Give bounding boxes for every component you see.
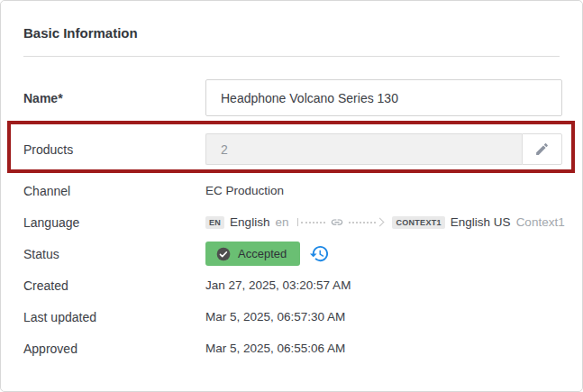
status-badge-text: Accepted — [238, 247, 287, 260]
language-link-connector — [297, 215, 383, 229]
source-language-name: English — [230, 215, 269, 229]
connector-dotted-line-left — [301, 222, 325, 223]
status-history-button[interactable] — [308, 243, 330, 265]
products-input-group — [205, 133, 562, 165]
products-row: Products — [1, 133, 582, 165]
target-context-badge: CONTEXT1 — [392, 216, 444, 229]
last-updated-value: Mar 5, 2025, 06:57:30 AM — [205, 310, 345, 324]
created-label: Created — [23, 278, 205, 293]
source-language-badge: EN — [205, 216, 224, 229]
basic-information-panel: Basic Information Name* Products — [0, 0, 583, 392]
name-label: Name* — [23, 91, 205, 105]
section-divider — [23, 56, 560, 57]
language-label: Language — [23, 215, 205, 230]
channel-row: Channel EC Production — [1, 175, 582, 206]
approved-label: Approved — [23, 342, 205, 356]
language-row: Language EN English en CONTEXT1 — [1, 206, 582, 238]
status-row: Status Accepted — [1, 238, 582, 269]
status-badge: Accepted — [205, 242, 300, 266]
last-updated-label: Last updated — [23, 310, 205, 324]
connector-dotted-line-right — [349, 222, 376, 223]
link-icon — [328, 215, 346, 229]
last-updated-row: Last updated Mar 5, 2025, 06:57:30 AM — [1, 301, 582, 333]
name-row: Name* — [1, 79, 582, 116]
products-label: Products — [23, 142, 205, 157]
history-clock-icon — [309, 243, 330, 264]
connector-arrowhead-icon — [376, 218, 385, 227]
created-row: Created Jan 27, 2025, 03:20:57 AM — [1, 269, 582, 301]
connector-start-tick — [297, 218, 298, 226]
channel-label: Channel — [23, 184, 205, 198]
created-value: Jan 27, 2025, 03:20:57 AM — [205, 278, 351, 292]
section-title: Basic Information — [1, 1, 582, 41]
target-context-name: Context1 — [516, 215, 565, 229]
status-label: Status — [23, 247, 205, 261]
approved-value: Mar 5, 2025, 06:55:06 AM — [205, 342, 345, 355]
approved-row: Approved Mar 5, 2025, 06:55:06 AM — [1, 333, 582, 364]
pencil-icon — [534, 141, 550, 157]
edit-products-button[interactable] — [522, 133, 562, 165]
check-circle-icon — [216, 247, 231, 261]
name-input[interactable] — [205, 79, 562, 116]
target-language-name: English US — [451, 215, 511, 229]
products-count-input — [205, 133, 522, 165]
channel-value: EC Production — [205, 184, 284, 197]
source-language-code: en — [275, 215, 288, 229]
